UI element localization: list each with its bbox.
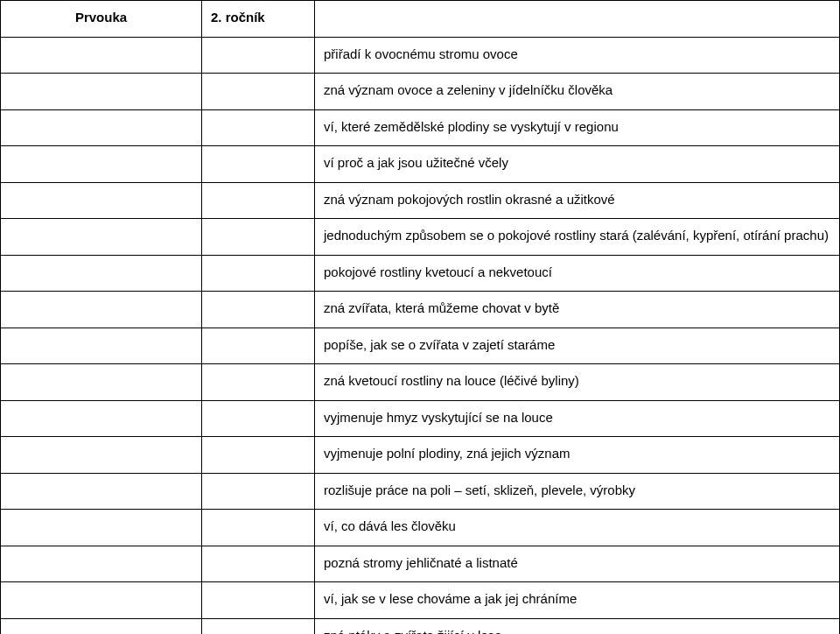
table-row: zná zvířata, která můžeme chovat v bytě (1, 292, 840, 328)
row-content: popíše, jak se o zvířata v zajetí starám… (315, 328, 840, 364)
row-empty-col2 (202, 437, 315, 474)
row-empty-col2 (202, 618, 315, 634)
row-empty-col1 (1, 146, 202, 183)
table-row: přiřadí k ovocnému stromu ovoce (1, 37, 840, 74)
table-row: ví proč a jak jsou užitečné včely (1, 146, 840, 183)
table-row: zná význam pokojových rostlin okrasné a … (1, 182, 840, 219)
row-empty-col1 (1, 37, 202, 74)
row-empty-col1 (1, 182, 202, 219)
table-row: zná kvetoucí rostliny na louce (léčivé b… (1, 364, 840, 401)
table-body: Prvouka2. ročníkpřiřadí k ovocnému strom… (1, 1, 840, 635)
header-empty (315, 1, 840, 38)
row-empty-col2 (202, 546, 315, 582)
row-empty-col1 (1, 400, 202, 437)
table-row: ví, jak se v lese chováme a jak jej chrá… (1, 582, 840, 619)
row-empty-col1 (1, 618, 202, 634)
table-row: ví, co dává les člověku (1, 510, 840, 546)
row-content: zná význam pokojových rostlin okrasné a … (315, 182, 840, 219)
row-content: ví, jak se v lese chováme a jak jej chrá… (315, 582, 840, 619)
table-row: popíše, jak se o zvířata v zajetí starám… (1, 328, 840, 364)
row-content: přiřadí k ovocnému stromu ovoce (315, 37, 840, 74)
table-row: vyjmenuje hmyz vyskytující se na louce (1, 400, 840, 437)
table-row: jednoduchým způsobem se o pokojové rostl… (1, 219, 840, 256)
row-content: ví, co dává les člověku (315, 510, 840, 546)
row-empty-col2 (202, 328, 315, 364)
row-empty-col1 (1, 510, 202, 546)
row-empty-col2 (202, 364, 315, 401)
row-empty-col2 (202, 582, 315, 619)
row-empty-col1 (1, 582, 202, 619)
row-empty-col2 (202, 74, 315, 110)
table-row: ví, které zemědělské plodiny se vyskytuj… (1, 109, 840, 146)
row-content: zná zvířata, která můžeme chovat v bytě (315, 292, 840, 328)
row-empty-col2 (202, 473, 315, 510)
row-content: jednoduchým způsobem se o pokojové rostl… (315, 219, 840, 256)
table-row: zná ptáky a zvířata žijící v lese (1, 618, 840, 634)
table-row: vyjmenuje polní plodiny, zná jejich význ… (1, 437, 840, 474)
row-content: pokojové rostliny kvetoucí a nekvetoucí (315, 255, 840, 292)
header-subject: Prvouka (1, 1, 202, 38)
row-empty-col1 (1, 364, 202, 401)
row-empty-col2 (202, 255, 315, 292)
row-content: vyjmenuje hmyz vyskytující se na louce (315, 400, 840, 437)
row-empty-col2 (202, 292, 315, 328)
row-empty-col1 (1, 74, 202, 110)
row-content: ví proč a jak jsou užitečné včely (315, 146, 840, 183)
row-empty-col2 (202, 146, 315, 183)
table-header-row: Prvouka2. ročník (1, 1, 840, 38)
row-content: ví, které zemědělské plodiny se vyskytuj… (315, 109, 840, 146)
row-empty-col1 (1, 219, 202, 256)
row-content: zná kvetoucí rostliny na louce (léčivé b… (315, 364, 840, 401)
table-row: zná význam ovoce a zeleniny v jídelníčku… (1, 74, 840, 110)
row-empty-col1 (1, 328, 202, 364)
row-empty-col1 (1, 546, 202, 582)
row-empty-col2 (202, 182, 315, 219)
row-empty-col1 (1, 292, 202, 328)
row-empty-col2 (202, 400, 315, 437)
row-content: zná ptáky a zvířata žijící v lese (315, 618, 840, 634)
row-content: zná význam ovoce a zeleniny v jídelníčku… (315, 74, 840, 110)
row-empty-col1 (1, 473, 202, 510)
row-empty-col2 (202, 37, 315, 74)
row-content: rozlišuje práce na poli – setí, sklizeň,… (315, 473, 840, 510)
row-empty-col2 (202, 510, 315, 546)
row-empty-col1 (1, 255, 202, 292)
table-row: pokojové rostliny kvetoucí a nekvetoucí (1, 255, 840, 292)
curriculum-table: Prvouka2. ročníkpřiřadí k ovocnému strom… (0, 0, 840, 634)
table-row: pozná stromy jehličnaté a listnaté (1, 546, 840, 582)
header-grade: 2. ročník (202, 1, 315, 38)
table-row: rozlišuje práce na poli – setí, sklizeň,… (1, 473, 840, 510)
row-empty-col2 (202, 109, 315, 146)
row-empty-col1 (1, 437, 202, 474)
row-content: pozná stromy jehličnaté a listnaté (315, 546, 840, 582)
row-empty-col2 (202, 219, 315, 256)
row-content: vyjmenuje polní plodiny, zná jejich význ… (315, 437, 840, 474)
row-empty-col1 (1, 109, 202, 146)
